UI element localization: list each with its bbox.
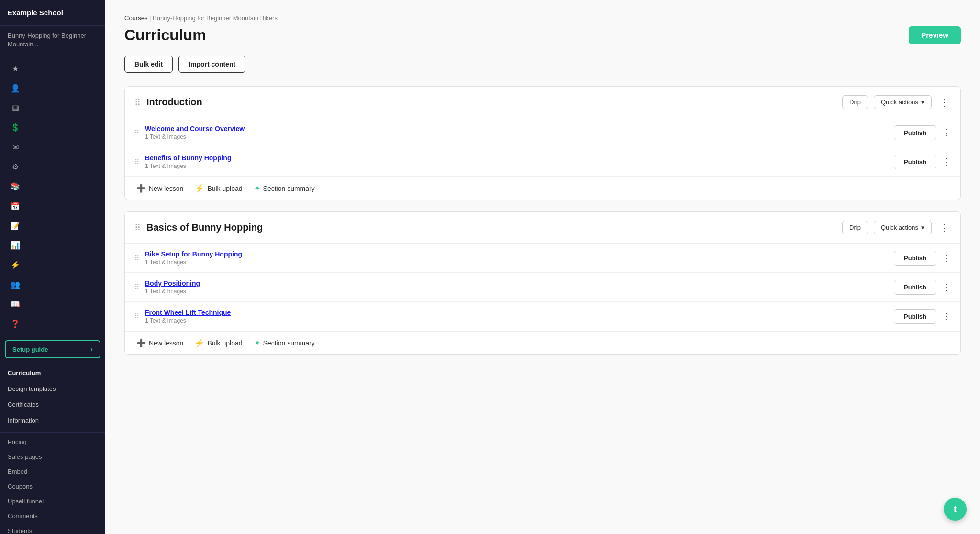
page-header: Curriculum Preview (124, 26, 961, 44)
section-more-button-basics[interactable]: ⋮ (937, 222, 951, 234)
sidebar-item-sales-pages[interactable]: Sales pages (0, 449, 105, 464)
section-card-basics: ⠿ Basics of Bunny Hopping Drip Quick act… (124, 211, 961, 355)
section-header-introduction: ⠿ Introduction Drip Quick actions ▾ ⋮ (125, 87, 960, 118)
sidebar-icon-dashboard[interactable]: ▦ (3, 99, 102, 117)
footer-action-label: Section summary (263, 185, 315, 192)
footer-action-0[interactable]: ➕New lesson (136, 338, 183, 347)
sidebar-icon-book[interactable]: 📖 (3, 295, 102, 313)
dollar-icon: 💲 (11, 123, 20, 132)
sidebar-item-upsell-funnel[interactable]: Upsell funnel (0, 494, 105, 509)
sidebar-icon-help[interactable]: ❓ (3, 314, 102, 333)
breadcrumb: Courses | Bunny-Hopping for Beginner Mou… (124, 14, 961, 22)
book-icon: 📖 (11, 300, 20, 309)
lesson-meta: 1 Text & Images (145, 259, 888, 266)
footer-action-label: Bulk upload (207, 339, 242, 347)
footer-action-icon: ➕ (136, 184, 146, 193)
sidebar-item-comments[interactable]: Comments (0, 509, 105, 523)
fab-button[interactable]: t (944, 498, 967, 521)
group-icon: 👥 (11, 280, 20, 289)
quick-actions-button-introduction[interactable]: Quick actions ▾ (874, 95, 932, 109)
publish-button[interactable]: Publish (894, 155, 936, 169)
chevron-down-icon: ▾ (921, 224, 924, 231)
sidebar-item-embed[interactable]: Embed (0, 464, 105, 479)
help-icon: ❓ (11, 319, 20, 328)
section-card-introduction: ⠿ Introduction Drip Quick actions ▾ ⋮ ⠿ … (124, 86, 961, 200)
drip-button-introduction[interactable]: Drip (842, 95, 868, 109)
sidebar-icon-star[interactable]: ★ (3, 59, 102, 78)
footer-action-1[interactable]: ⚡Bulk upload (195, 184, 242, 193)
lesson-more-button[interactable]: ⋮ (942, 253, 951, 263)
lesson-info: Welcome and Course Overview 1 Text & Ima… (145, 125, 888, 140)
sidebar-icon-people[interactable]: 👤 (3, 79, 102, 98)
sidebar-item-design-templates[interactable]: Design templates (0, 381, 105, 397)
sidebar-icon-library[interactable]: 📚 (3, 177, 102, 196)
star-icon: ★ (11, 64, 20, 73)
section-drag-handle[interactable]: ⠿ (134, 97, 141, 108)
sidebar-icon-calendar[interactable]: 📅 (3, 197, 102, 215)
footer-action-2[interactable]: ✦Section summary (254, 338, 315, 347)
publish-button[interactable]: Publish (894, 251, 936, 266)
sidebar-item-coupons[interactable]: Coupons (0, 479, 105, 494)
sidebar-icon-dollar[interactable]: 💲 (3, 118, 102, 137)
sidebar-icon-mail[interactable]: ✉ (3, 138, 102, 156)
sidebar-item-curriculum[interactable]: Curriculum (0, 365, 105, 381)
lesson-more-button[interactable]: ⋮ (942, 282, 951, 292)
lesson-drag-handle[interactable]: ⠿ (134, 158, 139, 166)
sidebar-item-students[interactable]: Students (0, 523, 105, 534)
footer-action-label: Section summary (263, 339, 315, 347)
footer-action-label: Bulk upload (207, 185, 242, 192)
lesson-title-link[interactable]: Front Wheel Lift Technique (145, 309, 888, 316)
footer-action-0[interactable]: ➕New lesson (136, 184, 183, 193)
people-icon: 👤 (11, 84, 20, 93)
section-more-button-introduction[interactable]: ⋮ (937, 97, 951, 108)
mail-icon: ✉ (11, 143, 20, 152)
lesson-meta: 1 Text & Images (145, 134, 888, 140)
sidebar-icon-notes[interactable]: 📝 (3, 216, 102, 235)
lesson-info: Bike Setup for Bunny Hopping 1 Text & Im… (145, 250, 888, 266)
footer-action-2[interactable]: ✦Section summary (254, 184, 315, 193)
course-name: Bunny-Hopping for Beginner Mountain... (0, 26, 105, 55)
drip-button-basics[interactable]: Drip (842, 221, 868, 234)
section-drag-handle[interactable]: ⠿ (134, 222, 141, 233)
setup-guide-button[interactable]: Setup guide › (5, 340, 100, 358)
preview-button[interactable]: Preview (909, 26, 961, 44)
lesson-more-button[interactable]: ⋮ (942, 311, 951, 322)
lesson-more-button[interactable]: ⋮ (942, 127, 951, 138)
lesson-info: Benefits of Bunny Hopping 1 Text & Image… (145, 154, 888, 169)
lesson-drag-handle[interactable]: ⠿ (134, 312, 139, 320)
sidebar-icon-lightning[interactable]: ⚡ (3, 256, 102, 274)
sidebar-icon-group[interactable]: 👥 (3, 275, 102, 294)
sidebar-section: Pricing Sales pages Embed Coupons Upsell… (0, 433, 105, 534)
lesson-more-button[interactable]: ⋮ (942, 156, 951, 167)
lesson-title-link[interactable]: Body Positioning (145, 279, 888, 287)
lesson-title-link[interactable]: Welcome and Course Overview (145, 125, 888, 133)
bulk-edit-button[interactable]: Bulk edit (124, 56, 173, 73)
lightning-icon: ⚡ (11, 260, 20, 269)
sidebar-icon-settings[interactable]: ⚙ (3, 157, 102, 176)
import-content-button[interactable]: Import content (178, 56, 245, 73)
sidebar-icon-analytics[interactable]: 📊 (3, 236, 102, 255)
sidebar-item-information[interactable]: Information (0, 412, 105, 428)
lesson-drag-handle[interactable]: ⠿ (134, 283, 139, 291)
publish-button[interactable]: Publish (894, 309, 936, 324)
lesson-meta: 1 Text & Images (145, 163, 888, 169)
sidebar-item-certificates[interactable]: Certificates (0, 397, 105, 412)
footer-action-1[interactable]: ⚡Bulk upload (195, 338, 242, 347)
lesson-drag-handle[interactable]: ⠿ (134, 254, 139, 262)
footer-action-icon: ⚡ (195, 338, 204, 347)
publish-button[interactable]: Publish (894, 125, 936, 140)
lesson-title-link[interactable]: Bike Setup for Bunny Hopping (145, 250, 888, 258)
sidebar-item-pricing[interactable]: Pricing (0, 434, 105, 449)
section-title-introduction: Introduction (146, 97, 836, 108)
school-name: Example School (0, 0, 105, 26)
breadcrumb-courses-link[interactable]: Courses (124, 14, 147, 22)
publish-button[interactable]: Publish (894, 280, 936, 295)
lesson-drag-handle[interactable]: ⠿ (134, 129, 139, 136)
footer-action-label: New lesson (149, 185, 183, 192)
settings-icon: ⚙ (11, 162, 20, 171)
lesson-title-link[interactable]: Benefits of Bunny Hopping (145, 154, 888, 162)
chevron-down-icon: ▾ (921, 99, 924, 106)
table-row: ⠿ Welcome and Course Overview 1 Text & I… (125, 118, 960, 147)
toolbar: Bulk edit Import content (124, 56, 961, 73)
quick-actions-button-basics[interactable]: Quick actions ▾ (874, 221, 932, 234)
